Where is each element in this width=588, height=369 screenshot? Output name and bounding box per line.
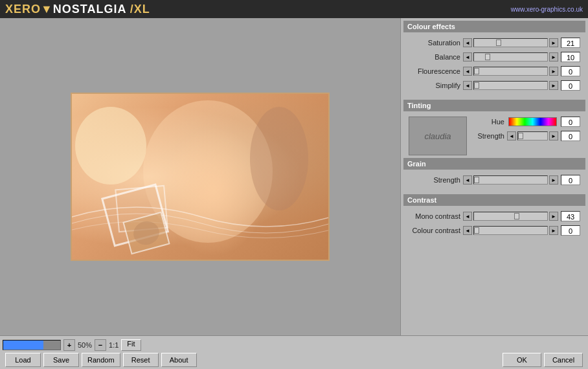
simplify-row: Simplify ◄ ► 0 [409,80,580,91]
zoom-add-button[interactable]: + [63,339,75,351]
simplify-right-arrow[interactable]: ► [549,81,558,90]
canvas-area [0,18,400,335]
flourescence-track[interactable] [473,67,548,76]
hue-value[interactable]: 0 [561,117,580,127]
flourescence-left-arrow[interactable]: ◄ [463,67,472,76]
saturation-right-arrow[interactable]: ► [549,38,558,47]
right-panel: Colour effects Saturation ◄ ► 21 Balance… [400,18,588,335]
tinting-body: claudia Hue 0 Strength ◄ [403,114,585,158]
tinting-strength-right-arrow[interactable]: ► [549,131,558,140]
tinting-strength-slider-container: ◄ ► [507,131,558,140]
simplify-left-arrow[interactable]: ◄ [463,81,472,90]
zoom-bar: + 50% − 1:1 Fit [3,338,585,352]
balance-row: Balance ◄ ► 10 [409,52,580,62]
colour-effects-body: Saturation ◄ ► 21 Balance ◄ [403,35,585,97]
random-button[interactable]: Random [82,353,120,367]
saturation-track[interactable] [473,38,548,47]
tinting-header: Tinting [403,100,585,111]
title-slash-xl: /XL [126,3,150,16]
flourescence-label: Flourescence [409,67,460,75]
simplify-slider-container: ◄ ► [463,81,558,90]
tint-controls: Hue 0 Strength ◄ [472,117,580,145]
title-xero: XERO [5,3,41,16]
colour-contrast-thumb[interactable] [474,227,479,234]
hue-row: Hue 0 [472,117,580,127]
mono-contrast-row: Mono contrast ◄ ► 43 [409,211,580,221]
grain-strength-thumb[interactable] [474,177,479,183]
flourescence-value[interactable]: 0 [561,66,580,76]
load-button[interactable]: Load [5,353,41,367]
colour-contrast-left-arrow[interactable]: ◄ [463,226,472,235]
mono-contrast-value[interactable]: 43 [561,211,580,221]
balance-left-arrow[interactable]: ◄ [463,52,472,62]
tinting-strength-thumb[interactable] [518,133,523,139]
balance-value[interactable]: 10 [561,52,580,62]
grain-body: Strength ◄ ► 0 [403,172,585,192]
balance-track[interactable] [473,52,548,62]
saturation-value[interactable]: 21 [561,38,580,48]
fit-button[interactable]: Fit [121,339,141,351]
colour-contrast-track[interactable] [473,226,548,235]
saturation-row: Saturation ◄ ► 21 [409,38,580,48]
flourescence-right-arrow[interactable]: ► [549,67,558,76]
grain-header: Grain [403,158,585,170]
left-button-group: Load Save Random Reset About [5,353,197,367]
progress-bar-fill [3,341,43,350]
balance-thumb[interactable] [485,54,490,60]
zoom-ratio-label: 1:1 [109,341,119,349]
contrast-body: Mono contrast ◄ ► 43 Colour contrast ◄ [403,208,585,242]
simplify-thumb[interactable] [474,82,479,89]
mono-contrast-track[interactable] [473,212,548,221]
app-title: XERO▼NOSTALGIA /XL [5,3,150,16]
hue-label: Hue [472,118,504,126]
right-button-group: OK Cancel [503,353,583,367]
grain-strength-slider-container: ◄ ► [463,175,558,184]
tinting-strength-left-arrow[interactable]: ◄ [507,131,516,140]
tint-preview: claudia [409,117,467,155]
svg-point-4 [75,107,146,184]
mono-contrast-left-arrow[interactable]: ◄ [463,212,472,221]
grain-strength-right-arrow[interactable]: ► [549,175,558,184]
tinting-strength-track[interactable] [517,131,548,140]
mono-contrast-label: Mono contrast [409,212,460,220]
colour-effects-header: Colour effects [403,21,585,32]
grain-strength-label: Strength [409,176,460,184]
grain-strength-row: Strength ◄ ► 0 [409,175,580,185]
colour-contrast-value[interactable]: 0 [561,225,580,236]
simplify-value[interactable]: 0 [561,80,580,91]
about-button[interactable]: About [161,353,197,367]
simplify-track[interactable] [473,81,548,90]
tint-watermark-text: claudia [424,131,451,141]
balance-right-arrow[interactable]: ► [549,52,558,62]
image-preview [71,93,330,261]
flourescence-slider-container: ◄ ► [463,67,558,76]
hue-bar [508,117,557,126]
svg-point-1 [250,107,308,210]
colour-contrast-slider-container: ◄ ► [463,226,558,235]
tinting-strength-label: Strength [472,132,504,140]
website-url: www.xero-graphics.co.uk [511,6,583,13]
mono-contrast-right-arrow[interactable]: ► [549,212,558,221]
bottom-bar: + 50% − 1:1 Fit Load Save Random Reset A… [0,335,588,369]
save-button[interactable]: Save [43,353,79,367]
reset-button[interactable]: Reset [123,353,159,367]
zoom-minus-button[interactable]: − [95,339,106,351]
balance-slider-container: ◄ ► [463,52,558,62]
flourescence-thumb[interactable] [474,68,479,74]
colour-contrast-row: Colour contrast ◄ ► 0 [409,225,580,236]
saturation-thumb[interactable] [496,39,501,46]
hue-track[interactable] [508,117,557,126]
balance-label: Balance [409,53,460,61]
tinting-strength-value[interactable]: 0 [561,131,580,141]
grain-strength-value[interactable]: 0 [561,175,580,185]
hue-slider-container [507,117,558,126]
ok-button[interactable]: OK [503,353,541,367]
colour-contrast-right-arrow[interactable]: ► [549,226,558,235]
cancel-button[interactable]: Cancel [544,353,583,367]
grain-strength-left-arrow[interactable]: ◄ [463,175,472,184]
zoom-value-label: 50% [78,341,92,349]
mono-contrast-thumb[interactable] [514,213,519,219]
grain-strength-track[interactable] [473,175,548,184]
saturation-left-arrow[interactable]: ◄ [463,38,472,47]
button-bar: Load Save Random Reset About OK Cancel [3,353,585,367]
